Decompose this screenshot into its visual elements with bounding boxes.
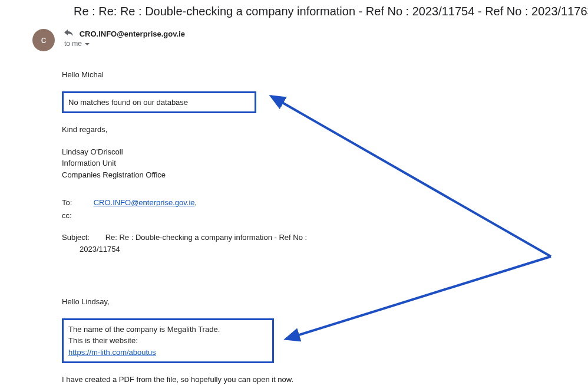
to-label: To: xyxy=(62,197,91,209)
greeting-text: Hello Michal xyxy=(62,69,564,81)
signature-org: Companies Registration Office xyxy=(62,169,564,181)
subject-label: Subject: xyxy=(62,232,103,243)
reply-icon xyxy=(64,29,74,38)
quoted-to-line: To: CRO.INFO@enterprise.gov.ie, xyxy=(62,197,564,209)
closing-text: Kind regards, xyxy=(62,124,564,136)
email-body: Hello Michal No matches found on our dat… xyxy=(0,51,588,385)
callout-company-info: The name of the company is Megalith Trad… xyxy=(62,318,274,364)
cc-label: cc: xyxy=(62,210,91,222)
recipient-dropdown[interactable]: to me xyxy=(64,40,185,48)
quoted-cc-line: cc: xyxy=(62,210,564,222)
recipient-label: to me xyxy=(64,40,82,48)
quoted-subject-l1: Re: Re : Double-checking a company infor… xyxy=(105,233,308,242)
quoted-subject-l2: 2023/11754 xyxy=(80,243,564,255)
callout-no-matches: No matches found on our database xyxy=(62,91,256,114)
email-header: c CRO.INFO@enterprise.gov.ie to me xyxy=(0,29,588,51)
reply-greeting: Hello Lindsay, xyxy=(62,296,564,308)
followup-text-l1: I have created a PDF from the file, so h… xyxy=(62,374,564,385)
email-subject: Re : Re: Re : Double-checking a company … xyxy=(0,0,588,29)
signature-name: Lindsay O'Driscoll xyxy=(62,146,564,158)
quoted-subject: Subject: Re: Re : Double-checking a comp… xyxy=(62,232,564,243)
sender-email: CRO.INFO@enterprise.gov.ie xyxy=(80,29,185,38)
avatar: c xyxy=(32,29,55,51)
callout-website-label: This is their website: xyxy=(68,335,267,347)
callout-no-matches-text: No matches found on our database xyxy=(68,98,188,107)
quoted-to-email-link[interactable]: CRO.INFO@enterprise.gov.ie xyxy=(94,198,195,207)
company-website-link[interactable]: https://m-lith.com/aboutus xyxy=(68,348,156,357)
trailing-comma: , xyxy=(195,198,197,207)
signature-unit: Information Unit xyxy=(62,157,564,169)
chevron-down-icon xyxy=(85,43,90,45)
callout-company-name-text: The name of the company is Megalith Trad… xyxy=(68,324,267,335)
